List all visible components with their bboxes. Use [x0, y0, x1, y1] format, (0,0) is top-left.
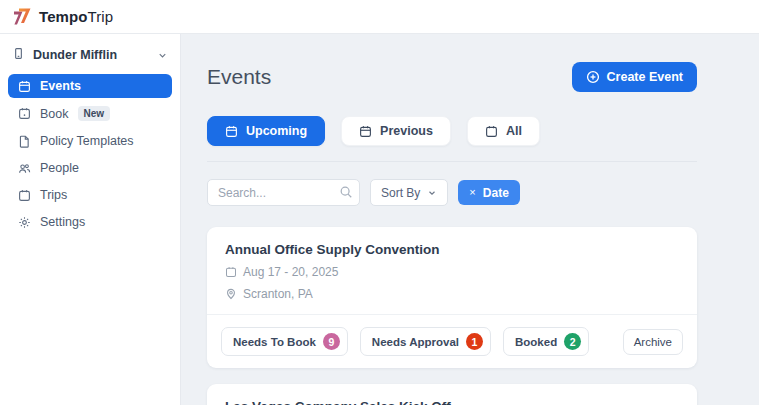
divider — [207, 161, 697, 162]
tabs: Upcoming Previous All — [207, 116, 697, 146]
event-location-row: Scranton, PA — [225, 287, 679, 301]
tab-all[interactable]: All — [467, 116, 540, 146]
date-filter-label: Date — [483, 186, 509, 200]
archive-button[interactable]: Archive — [623, 329, 683, 355]
topbar: TempoTrip — [0, 0, 759, 34]
tab-upcoming[interactable]: Upcoming — [207, 116, 325, 146]
calendar-icon — [359, 125, 372, 138]
status-count-badge: 9 — [323, 333, 340, 350]
event-card: Annual Office Supply Convention Aug 17 -… — [207, 227, 697, 368]
tab-label: Previous — [380, 124, 433, 138]
sidebar-item-label: People — [40, 161, 79, 175]
create-event-button[interactable]: Create Event — [572, 62, 697, 92]
search-input[interactable] — [207, 179, 360, 206]
sidebar-nav: Events Book New Policy Templates — [0, 74, 180, 234]
org-selector[interactable]: Dunder Mifflin — [0, 39, 180, 71]
calendar-icon — [225, 266, 237, 278]
status-count-badge: 2 — [564, 333, 581, 350]
main-area: Events Create Event Upcoming — [181, 34, 759, 405]
sidebar-item-label: Settings — [40, 215, 85, 229]
sidebar-item-events[interactable]: Events — [8, 74, 172, 98]
sidebar-item-policy-templates[interactable]: Policy Templates — [8, 129, 172, 153]
date-filter-chip[interactable]: × Date — [458, 180, 519, 205]
document-icon — [18, 135, 31, 148]
sidebar-item-trips[interactable]: Trips — [8, 183, 172, 207]
gear-icon — [18, 216, 31, 229]
sidebar-item-label: Events — [40, 79, 81, 93]
needs-to-book-button[interactable]: Needs To Book 9 — [221, 327, 348, 356]
app-window: TempoTrip Dunder Mifflin Events — [0, 0, 759, 405]
brand-name: TempoTrip — [39, 8, 113, 25]
tab-previous[interactable]: Previous — [341, 116, 451, 146]
sort-by-dropdown[interactable]: Sort By — [370, 179, 448, 206]
calendar-check-icon — [18, 107, 31, 120]
org-label: Dunder Mifflin — [33, 48, 117, 62]
event-dates: Aug 17 - 20, 2025 — [243, 265, 338, 279]
location-pin-icon — [225, 288, 237, 300]
sidebar-item-book[interactable]: Book New — [8, 101, 172, 126]
tempotrip-logo-icon — [12, 7, 34, 26]
page-title: Events — [207, 65, 271, 89]
status-count-badge: 1 — [466, 333, 483, 350]
sidebar-item-settings[interactable]: Settings — [8, 210, 172, 234]
status-label: Needs Approval — [372, 336, 459, 348]
sidebar-item-label: Book — [40, 107, 69, 121]
create-event-label: Create Event — [607, 70, 683, 84]
calendar-icon — [485, 125, 498, 138]
search-icon — [339, 185, 353, 199]
chevron-down-icon — [427, 188, 437, 198]
sidebar-item-label: Policy Templates — [40, 134, 134, 148]
event-card-footer: Needs To Book 9 Needs Approval 1 Booked … — [207, 315, 697, 368]
needs-approval-button[interactable]: Needs Approval 1 — [360, 327, 491, 356]
brand-name-light: Trip — [88, 8, 114, 25]
brand-logo: TempoTrip — [12, 7, 113, 26]
sidebar: Dunder Mifflin Events Book New — [0, 34, 181, 405]
event-title: Annual Office Supply Convention — [225, 242, 679, 257]
tab-label: All — [506, 124, 522, 138]
brand-name-bold: Tempo — [39, 8, 88, 25]
status-label: Booked — [515, 336, 557, 348]
calendar-icon — [225, 125, 238, 138]
chevron-down-icon — [157, 50, 168, 61]
event-location: Scranton, PA — [243, 287, 313, 301]
sidebar-item-people[interactable]: People — [8, 156, 172, 180]
calendar-icon — [18, 80, 31, 93]
filters-row: Sort By × Date — [207, 179, 697, 206]
event-card: Las Vegas Company Sales Kick Off Sep 21 … — [207, 384, 697, 405]
event-dates-row: Aug 17 - 20, 2025 — [225, 265, 679, 279]
booked-button[interactable]: Booked 2 — [503, 327, 589, 356]
plus-circle-icon — [586, 70, 600, 84]
page-header: Events Create Event — [207, 62, 697, 92]
building-icon — [12, 47, 25, 63]
sort-by-label: Sort By — [381, 186, 420, 200]
event-title: Las Vegas Company Sales Kick Off — [225, 399, 679, 405]
sidebar-item-label: Trips — [40, 188, 67, 202]
tab-label: Upcoming — [246, 124, 307, 138]
status-label: Needs To Book — [233, 336, 316, 348]
people-icon — [18, 162, 31, 175]
close-icon[interactable]: × — [469, 187, 475, 198]
calendar-icon — [18, 189, 31, 202]
new-badge: New — [78, 106, 111, 121]
